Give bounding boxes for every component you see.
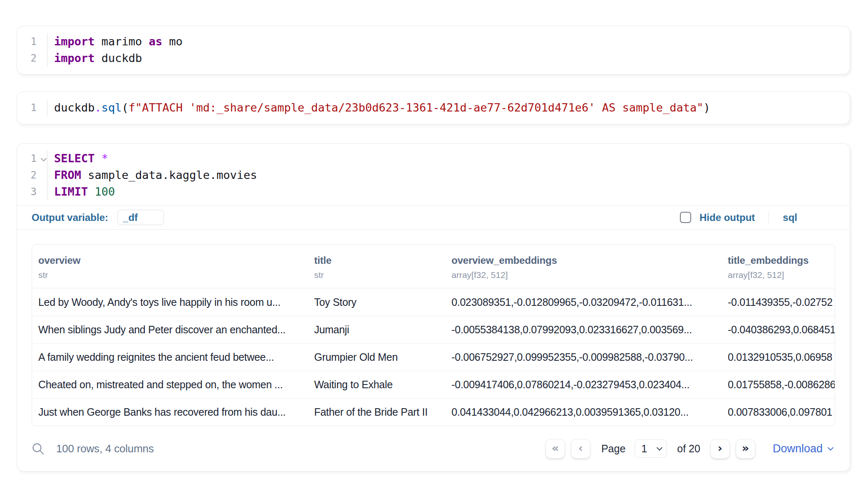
code-token: import: [54, 35, 95, 48]
column-header-overview[interactable]: overviewstr: [38, 255, 314, 280]
column-name: overview_embeddings: [451, 255, 728, 266]
fold-chevron-icon[interactable]: [41, 156, 47, 161]
next-page-button[interactable]: ›: [710, 439, 730, 459]
code-token: ): [704, 101, 710, 114]
table-cell: When siblings Judy and Peter discover an…: [38, 324, 314, 336]
table-cell: 0.023089351,-0.012809965,-0.03209472,-0.…: [451, 296, 728, 308]
table-cell: -0.009417406,0.07860214,-0.023279453,0.0…: [451, 379, 728, 391]
hide-output-label[interactable]: Hide output: [699, 212, 755, 223]
code-editor[interactable]: 1 duckdb.sql(f"ATTACH 'md:_share/sample_…: [17, 92, 850, 124]
table-cell: Toy Story: [314, 296, 451, 308]
code-token: mo: [162, 35, 183, 48]
column-dtype: array[f32, 512]: [451, 270, 728, 280]
row-count-summary: 100 rows, 4 columns: [56, 442, 154, 455]
table-cell: 0.041433044,0.042966213,0.0039591365,0.0…: [451, 406, 728, 418]
column-header-title[interactable]: titlestr: [314, 255, 451, 280]
cell-imports: 12 import marimo as moimport duckdb: [17, 26, 850, 74]
column-header-title_embeddings[interactable]: title_embeddingsarray[f32, 512]: [728, 255, 835, 280]
output-variable-label: Output variable:: [32, 212, 108, 223]
table-cell: Jumanji: [314, 324, 451, 336]
language-badge-sql[interactable]: sql: [783, 212, 797, 223]
column-header-overview_embeddings[interactable]: overview_embeddingsarray[f32, 512]: [451, 255, 728, 280]
code-token: duckdb: [95, 52, 142, 64]
page-label: Page: [601, 443, 625, 455]
cell-attach: 1 duckdb.sql(f"ATTACH 'md:_share/sample_…: [17, 92, 850, 124]
code-token: import: [54, 52, 95, 64]
table-cell: -0.040386293,0.068451: [728, 324, 835, 336]
chevron-down-icon: [828, 444, 833, 450]
output-variable-input[interactable]: [117, 210, 164, 225]
table-row[interactable]: A family wedding reignites the ancient f…: [32, 343, 835, 371]
download-button[interactable]: Download: [770, 442, 835, 456]
gutter: 123: [17, 150, 47, 200]
code-lines: import marimo as moimport duckdb: [47, 33, 183, 67]
page-total-label: of 20: [677, 443, 700, 455]
column-dtype: array[f32, 512]: [728, 270, 835, 280]
cell-sql: 123 SELECT *FROM sample_data.kaggle.movi…: [17, 143, 850, 471]
code-token: sql: [102, 101, 122, 114]
page-select[interactable]: 1: [635, 439, 667, 458]
table-cell: 0.01755858,-0.0086286: [728, 379, 835, 391]
table-cell: 0.007833006,0.097801: [728, 406, 835, 418]
table-row[interactable]: Just when George Banks has recovered fro…: [32, 398, 835, 426]
code-token: duckdb: [54, 101, 95, 114]
table-cell: Just when George Banks has recovered fro…: [38, 406, 314, 418]
code-line: LIMIT 100: [54, 184, 257, 200]
code-token: LIMIT: [54, 185, 88, 198]
gutter: 12: [17, 33, 47, 67]
search-button[interactable]: [32, 442, 45, 455]
table-body: Led by Woody, Andy's toys live happily i…: [32, 288, 835, 426]
pagination: « ‹ Page 1 of 20 › » Download: [546, 439, 835, 459]
code-token: *: [102, 152, 108, 165]
code-lines: duckdb.sql(f"ATTACH 'md:_share/sample_da…: [47, 99, 710, 116]
code-token: [95, 152, 102, 165]
code-token: 100: [95, 185, 115, 198]
download-label: Download: [773, 442, 823, 455]
code-token: f"ATTACH 'md:_share/sample_data/23b0d623…: [129, 101, 704, 114]
search-icon: [32, 442, 45, 455]
code-line: import duckdb: [54, 50, 183, 67]
output-area: overviewstrtitlestroverview_embeddingsar…: [17, 230, 850, 426]
code-token: FROM: [54, 169, 81, 181]
output-variable-row: Output variable: Hide output sql: [17, 206, 850, 230]
table-cell: 0.0132910535,0.06958: [728, 351, 835, 363]
last-page-button[interactable]: »: [736, 439, 755, 459]
code-token: .: [95, 101, 102, 114]
code-line: duckdb.sql(f"ATTACH 'md:_share/sample_da…: [54, 99, 710, 116]
code-line: import marimo as mo: [54, 33, 183, 50]
column-name: title: [314, 255, 451, 266]
table-cell: Cheated on, mistreated and stepped on, t…: [38, 379, 314, 391]
table-cell: Waiting to Exhale: [314, 379, 451, 391]
previous-page-button[interactable]: ‹: [571, 439, 590, 459]
line-number: 1: [17, 150, 47, 167]
code-editor[interactable]: 123 SELECT *FROM sample_data.kaggle.movi…: [17, 144, 850, 206]
table-cell: A family wedding reignites the ancient f…: [38, 351, 314, 363]
table-cell: Father of the Bride Part II: [314, 406, 451, 418]
code-token: as: [149, 35, 163, 48]
table-cell: -0.011439355,-0.02752: [728, 296, 835, 308]
chevron-down-icon: [657, 444, 662, 450]
code-line: SELECT *: [54, 150, 257, 167]
data-table: overviewstrtitlestroverview_embeddingsar…: [32, 244, 835, 426]
code-token: marimo: [95, 35, 149, 48]
column-dtype: str: [38, 270, 314, 280]
first-page-button[interactable]: «: [546, 439, 565, 459]
table-cell: -0.006752927,0.099952355,-0.009982588,-0…: [451, 351, 728, 363]
code-token: (: [122, 101, 129, 114]
code-editor[interactable]: 12 import marimo as moimport duckdb: [17, 26, 850, 74]
column-name: overview: [38, 255, 314, 266]
code-line: FROM sample_data.kaggle.movies: [54, 167, 257, 184]
table-row[interactable]: When siblings Judy and Peter discover an…: [32, 316, 835, 343]
notebook: 12 import marimo as moimport duckdb 1 du…: [0, 0, 868, 471]
table-header: overviewstrtitlestroverview_embeddingsar…: [32, 245, 835, 288]
line-number: 1: [17, 33, 47, 50]
line-number: 2: [17, 50, 47, 67]
column-dtype: str: [314, 270, 451, 280]
code-token: sample_data.kaggle.movies: [81, 169, 257, 181]
code-token: SELECT: [54, 152, 95, 165]
table-row[interactable]: Led by Woody, Andy's toys live happily i…: [32, 288, 835, 316]
line-number: 3: [17, 184, 47, 200]
table-cell: Grumpier Old Men: [314, 351, 451, 363]
hide-output-checkbox[interactable]: [680, 212, 691, 223]
table-row[interactable]: Cheated on, mistreated and stepped on, t…: [32, 371, 835, 398]
